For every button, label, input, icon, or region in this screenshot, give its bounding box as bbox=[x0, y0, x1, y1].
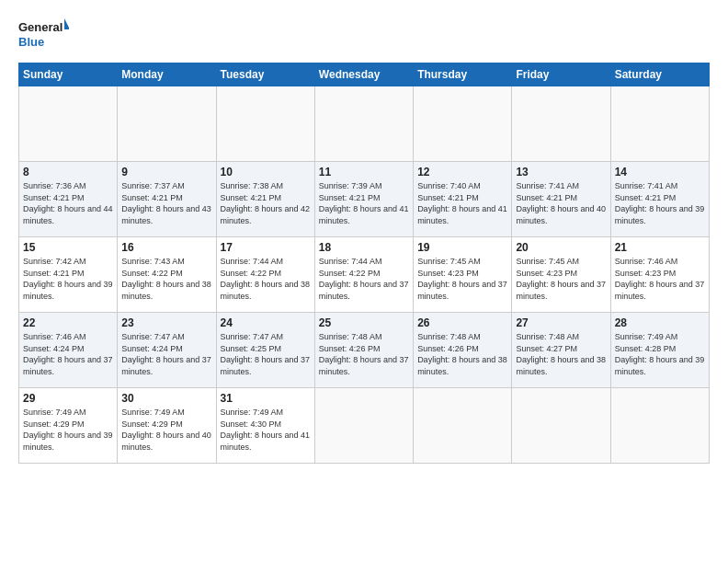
day-detail: Sunrise: 7:45 AMSunset: 4:23 PMDaylight:… bbox=[516, 257, 606, 301]
calendar-cell: 9 Sunrise: 7:37 AMSunset: 4:21 PMDayligh… bbox=[118, 162, 216, 237]
calendar-cell: 24 Sunrise: 7:47 AMSunset: 4:25 PMDaylig… bbox=[216, 313, 314, 388]
svg-text:Blue: Blue bbox=[18, 35, 44, 49]
calendar-cell bbox=[19, 86, 118, 162]
col-saturday: Saturday bbox=[610, 63, 709, 86]
calendar-cell: 30 Sunrise: 7:49 AMSunset: 4:29 PMDaylig… bbox=[118, 388, 216, 464]
day-number: 18 bbox=[319, 241, 409, 254]
calendar-cell bbox=[314, 86, 413, 162]
day-detail: Sunrise: 7:45 AMSunset: 4:23 PMDaylight:… bbox=[417, 257, 507, 301]
day-detail: Sunrise: 7:42 AMSunset: 4:21 PMDaylight:… bbox=[23, 257, 113, 301]
day-detail: Sunrise: 7:39 AMSunset: 4:21 PMDaylight:… bbox=[319, 181, 409, 225]
day-detail: Sunrise: 7:41 AMSunset: 4:21 PMDaylight:… bbox=[615, 181, 705, 225]
day-detail: Sunrise: 7:37 AMSunset: 4:21 PMDaylight:… bbox=[121, 181, 211, 225]
day-detail: Sunrise: 7:49 AMSunset: 4:29 PMDaylight:… bbox=[23, 408, 113, 452]
day-detail: Sunrise: 7:41 AMSunset: 4:21 PMDaylight:… bbox=[516, 181, 606, 225]
day-number: 26 bbox=[417, 316, 507, 329]
day-number: 19 bbox=[417, 241, 507, 254]
day-detail: Sunrise: 7:49 AMSunset: 4:28 PMDaylight:… bbox=[615, 332, 705, 376]
day-number: 21 bbox=[615, 241, 705, 254]
day-detail: Sunrise: 7:49 AMSunset: 4:29 PMDaylight:… bbox=[121, 408, 211, 452]
calendar-cell: 17 Sunrise: 7:44 AMSunset: 4:22 PMDaylig… bbox=[216, 237, 314, 313]
svg-text:General: General bbox=[18, 20, 63, 34]
calendar-cell bbox=[414, 86, 512, 162]
logo: General Blue bbox=[18, 17, 69, 53]
day-number: 11 bbox=[319, 166, 409, 178]
calendar-week-row: 8 Sunrise: 7:36 AMSunset: 4:21 PMDayligh… bbox=[19, 162, 710, 237]
day-number: 30 bbox=[121, 392, 211, 405]
day-number: 17 bbox=[221, 241, 311, 254]
calendar-header: Sunday Monday Tuesday Wednesday Thursday… bbox=[19, 63, 710, 86]
day-number: 9 bbox=[121, 166, 211, 178]
day-number: 14 bbox=[615, 166, 705, 178]
calendar-cell: 10 Sunrise: 7:38 AMSunset: 4:21 PMDaylig… bbox=[216, 162, 314, 237]
calendar-cell bbox=[610, 86, 709, 162]
calendar-cell: 16 Sunrise: 7:43 AMSunset: 4:22 PMDaylig… bbox=[118, 237, 216, 313]
day-detail: Sunrise: 7:47 AMSunset: 4:24 PMDaylight:… bbox=[121, 332, 211, 376]
col-wednesday: Wednesday bbox=[314, 63, 413, 86]
calendar-cell: 15 Sunrise: 7:42 AMSunset: 4:21 PMDaylig… bbox=[19, 237, 118, 313]
day-detail: Sunrise: 7:40 AMSunset: 4:21 PMDaylight:… bbox=[417, 181, 507, 225]
day-detail: Sunrise: 7:43 AMSunset: 4:22 PMDaylight:… bbox=[121, 257, 211, 301]
col-friday: Friday bbox=[512, 63, 610, 86]
day-detail: Sunrise: 7:48 AMSunset: 4:27 PMDaylight:… bbox=[516, 332, 606, 376]
calendar-cell: 25 Sunrise: 7:48 AMSunset: 4:26 PMDaylig… bbox=[314, 313, 413, 388]
calendar-week-row: 29 Sunrise: 7:49 AMSunset: 4:29 PMDaylig… bbox=[19, 388, 710, 464]
header: General Blue bbox=[18, 17, 710, 53]
day-number: 13 bbox=[516, 166, 606, 178]
day-number: 25 bbox=[319, 316, 409, 329]
calendar-cell bbox=[314, 388, 413, 464]
day-number: 10 bbox=[221, 166, 311, 178]
calendar-page: General Blue Sunday Monday Tuesday Wedne… bbox=[0, 0, 728, 563]
calendar-week-row bbox=[19, 86, 710, 162]
svg-marker-2 bbox=[64, 18, 69, 29]
calendar-cell: 23 Sunrise: 7:47 AMSunset: 4:24 PMDaylig… bbox=[118, 313, 216, 388]
calendar-cell: 31 Sunrise: 7:49 AMSunset: 4:30 PMDaylig… bbox=[216, 388, 314, 464]
calendar-cell: 13 Sunrise: 7:41 AMSunset: 4:21 PMDaylig… bbox=[512, 162, 610, 237]
calendar-body: 8 Sunrise: 7:36 AMSunset: 4:21 PMDayligh… bbox=[19, 86, 710, 464]
logo-svg: General Blue bbox=[18, 17, 69, 53]
calendar-cell: 14 Sunrise: 7:41 AMSunset: 4:21 PMDaylig… bbox=[610, 162, 709, 237]
day-detail: Sunrise: 7:48 AMSunset: 4:26 PMDaylight:… bbox=[319, 332, 409, 376]
calendar-cell: 20 Sunrise: 7:45 AMSunset: 4:23 PMDaylig… bbox=[512, 237, 610, 313]
calendar-cell: 22 Sunrise: 7:46 AMSunset: 4:24 PMDaylig… bbox=[19, 313, 118, 388]
day-number: 24 bbox=[221, 316, 311, 329]
day-detail: Sunrise: 7:46 AMSunset: 4:24 PMDaylight:… bbox=[23, 332, 113, 376]
calendar-cell: 29 Sunrise: 7:49 AMSunset: 4:29 PMDaylig… bbox=[19, 388, 118, 464]
day-detail: Sunrise: 7:48 AMSunset: 4:26 PMDaylight:… bbox=[417, 332, 507, 376]
day-number: 20 bbox=[516, 241, 606, 254]
calendar-cell: 26 Sunrise: 7:48 AMSunset: 4:26 PMDaylig… bbox=[414, 313, 512, 388]
day-number: 16 bbox=[121, 241, 211, 254]
header-row: Sunday Monday Tuesday Wednesday Thursday… bbox=[19, 63, 710, 86]
day-number: 8 bbox=[23, 166, 113, 178]
calendar-cell bbox=[414, 388, 512, 464]
day-number: 27 bbox=[516, 316, 606, 329]
day-number: 12 bbox=[417, 166, 507, 178]
calendar-cell: 8 Sunrise: 7:36 AMSunset: 4:21 PMDayligh… bbox=[19, 162, 118, 237]
day-number: 28 bbox=[615, 316, 705, 329]
calendar-cell bbox=[118, 86, 216, 162]
calendar-cell: 28 Sunrise: 7:49 AMSunset: 4:28 PMDaylig… bbox=[610, 313, 709, 388]
day-detail: Sunrise: 7:44 AMSunset: 4:22 PMDaylight:… bbox=[319, 257, 409, 301]
calendar-week-row: 22 Sunrise: 7:46 AMSunset: 4:24 PMDaylig… bbox=[19, 313, 710, 388]
calendar-cell: 11 Sunrise: 7:39 AMSunset: 4:21 PMDaylig… bbox=[314, 162, 413, 237]
day-detail: Sunrise: 7:47 AMSunset: 4:25 PMDaylight:… bbox=[221, 332, 311, 376]
calendar-cell bbox=[512, 388, 610, 464]
day-number: 31 bbox=[221, 392, 311, 405]
day-detail: Sunrise: 7:49 AMSunset: 4:30 PMDaylight:… bbox=[221, 408, 311, 452]
calendar-cell: 21 Sunrise: 7:46 AMSunset: 4:23 PMDaylig… bbox=[610, 237, 709, 313]
day-detail: Sunrise: 7:38 AMSunset: 4:21 PMDaylight:… bbox=[221, 181, 311, 225]
calendar-cell: 12 Sunrise: 7:40 AMSunset: 4:21 PMDaylig… bbox=[414, 162, 512, 237]
day-number: 23 bbox=[121, 316, 211, 329]
col-sunday: Sunday bbox=[19, 63, 118, 86]
day-detail: Sunrise: 7:46 AMSunset: 4:23 PMDaylight:… bbox=[615, 257, 705, 301]
calendar-cell: 27 Sunrise: 7:48 AMSunset: 4:27 PMDaylig… bbox=[512, 313, 610, 388]
calendar-table: Sunday Monday Tuesday Wednesday Thursday… bbox=[18, 63, 710, 464]
calendar-cell bbox=[610, 388, 709, 464]
day-detail: Sunrise: 7:36 AMSunset: 4:21 PMDaylight:… bbox=[23, 181, 113, 225]
col-monday: Monday bbox=[118, 63, 216, 86]
day-number: 22 bbox=[23, 316, 113, 329]
col-tuesday: Tuesday bbox=[216, 63, 314, 86]
day-detail: Sunrise: 7:44 AMSunset: 4:22 PMDaylight:… bbox=[221, 257, 311, 301]
calendar-cell bbox=[512, 86, 610, 162]
col-thursday: Thursday bbox=[414, 63, 512, 86]
